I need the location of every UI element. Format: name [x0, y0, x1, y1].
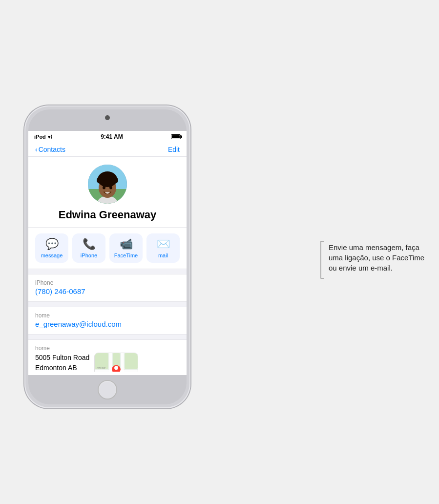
status-left: iPod ▾⌇ [34, 134, 53, 140]
map-thumbnail[interactable]: Ave NW 03 Ave NW [94, 353, 138, 372]
carrier-label: iPod [34, 134, 46, 140]
contact-name: Edwina Greenaway [59, 209, 157, 221]
edit-button[interactable]: Edit [168, 146, 180, 153]
svg-rect-20 [125, 353, 138, 369]
facetime-button[interactable]: 📹 FaceTime [109, 233, 143, 263]
phone-value[interactable]: (780) 246-0687 [35, 287, 180, 295]
annotation: Envie uma mensagem, faça uma ligação, us… [317, 240, 429, 279]
svg-point-12 [109, 186, 112, 189]
avatar [88, 165, 127, 204]
address-line2: Edmonton AB [35, 364, 77, 372]
back-button[interactable]: ‹ Contacts [35, 146, 65, 153]
svg-marker-31 [114, 370, 119, 372]
email-value[interactable]: e_greenaway@icloud.com [35, 320, 180, 328]
page-wrapper: iPod ▾⌇ 9:41 AM ‹ Contacts [0, 0, 439, 504]
svg-text:Ave NW: Ave NW [97, 367, 105, 369]
email-label: home [35, 312, 180, 319]
svg-rect-17 [121, 353, 124, 372]
phone-label: iPhone [35, 279, 180, 286]
address-row: 5005 Fulton Road Edmonton AB T6A 3S9 Can… [35, 353, 180, 372]
device-shell: iPod ▾⌇ 9:41 AM ‹ Contacts [24, 105, 190, 408]
contact-header: Edwina Greenaway [28, 157, 187, 228]
avatar-face [88, 165, 127, 204]
front-camera [105, 115, 110, 120]
action-buttons: 💬 message 📞 iPhone 📹 FaceTime ✉️ [28, 228, 187, 269]
phone-section: iPhone (780) 246-0687 [28, 274, 187, 302]
svg-point-30 [114, 366, 118, 370]
bracket-svg [319, 240, 325, 279]
facetime-label: FaceTime [114, 252, 138, 258]
wifi-icon: ▾⌇ [48, 134, 53, 140]
address-section: home 5005 Fulton Road Edmonton AB T6A 3S… [28, 339, 187, 372]
annotation-text: Envie uma mensagem, faça uma ligação, us… [329, 240, 429, 273]
status-bar: iPod ▾⌇ 9:41 AM [28, 131, 187, 143]
message-label: message [41, 252, 63, 258]
back-label: Contacts [39, 146, 65, 153]
message-button[interactable]: 💬 message [35, 233, 68, 263]
svg-point-10 [111, 177, 118, 184]
back-chevron-icon: ‹ [35, 146, 38, 153]
address-line1: 5005 Fulton Road [35, 354, 89, 361]
device-shell-inner: iPod ▾⌇ 9:41 AM ‹ Contacts [28, 109, 187, 404]
device-screen: iPod ▾⌇ 9:41 AM ‹ Contacts [28, 131, 187, 375]
svg-rect-16 [109, 353, 112, 372]
contact-content: Edwina Greenaway 💬 message 📞 iPhone [28, 157, 187, 372]
home-button[interactable] [98, 380, 117, 399]
email-section: home e_greenaway@icloud.com [28, 307, 187, 335]
battery-fill [172, 135, 180, 138]
status-time: 9:41 AM [53, 133, 171, 140]
svg-point-11 [103, 186, 105, 189]
address-text[interactable]: 5005 Fulton Road Edmonton AB T6A 3S9 Can… [35, 353, 89, 372]
mail-icon: ✉️ [157, 238, 170, 251]
message-icon: 💬 [45, 238, 59, 251]
phone-icon: 📞 [83, 238, 96, 251]
facetime-icon: 📹 [120, 238, 133, 251]
iphone-call-button[interactable]: 📞 iPhone [72, 233, 105, 263]
nav-bar: ‹ Contacts Edit [28, 143, 187, 157]
mail-label: mail [158, 252, 168, 258]
annotation-bracket [317, 240, 325, 279]
avatar-svg [88, 165, 127, 204]
status-right [171, 134, 181, 139]
map-svg: Ave NW 03 Ave NW [95, 353, 138, 372]
address-label: home [35, 345, 180, 352]
battery-icon [171, 134, 181, 139]
mail-button[interactable]: ✉️ mail [146, 233, 180, 263]
iphone-label: iPhone [81, 252, 97, 258]
